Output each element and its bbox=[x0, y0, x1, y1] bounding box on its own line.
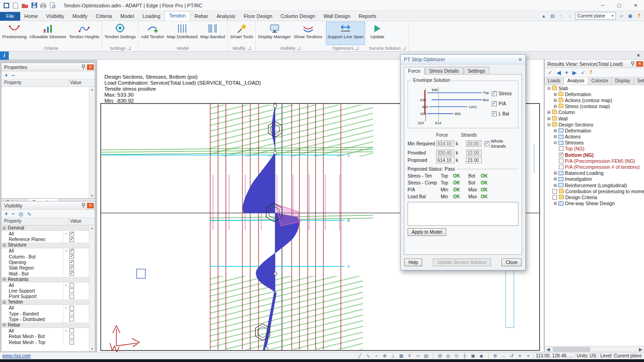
visibility-checkbox[interactable] bbox=[69, 317, 74, 322]
print-icon[interactable] bbox=[40, 2, 47, 9]
scroll-down-icon[interactable]: ▼ bbox=[91, 347, 94, 351]
select-visible-icon[interactable]: ◎ bbox=[18, 211, 23, 217]
visibility-group-tendon[interactable]: ⊟Tendon bbox=[1, 299, 89, 305]
tree-item-pa-precompression-fem[interactable]: P/A (Precompression FEM) (NG) bbox=[545, 158, 644, 164]
current-plane-select[interactable]: Current plane ▼ bbox=[575, 12, 616, 20]
stress-checkbox[interactable] bbox=[492, 91, 497, 96]
grid-icon[interactable]: ▦ bbox=[398, 353, 405, 358]
visibility-item-all[interactable]: All+ bbox=[1, 305, 89, 310]
tree-item-top-ng[interactable]: Top (NG) bbox=[545, 146, 644, 152]
expand-icon[interactable]: + bbox=[65, 232, 68, 236]
map-distributed-button[interactable]: Map Distributed bbox=[166, 22, 199, 45]
next-result-icon[interactable]: ▶ bbox=[572, 69, 576, 76]
app-icon[interactable] bbox=[3, 2, 10, 9]
visibility-checkbox[interactable] bbox=[69, 260, 74, 265]
collapse-icon[interactable]: ⊟ bbox=[546, 122, 552, 127]
tree-item-contribution-prestressing[interactable]: Contribution of prestressing to moment c… bbox=[545, 188, 644, 194]
tab-reports[interactable]: Reports bbox=[354, 12, 380, 21]
layers-icon[interactable]: ▤ bbox=[549, 13, 556, 18]
tree-item-wall[interactable]: ⊞Wall bbox=[545, 115, 644, 121]
scrollbar-thumb[interactable] bbox=[553, 347, 590, 351]
draw-line-icon[interactable]: ╱ bbox=[356, 353, 363, 358]
screen-icon[interactable]: ▣ bbox=[627, 13, 633, 18]
visibility-checkbox[interactable] bbox=[69, 249, 74, 253]
result-checkbox[interactable] bbox=[559, 153, 564, 157]
help-icon[interactable]: ? bbox=[590, 69, 592, 76]
result-checkbox[interactable] bbox=[559, 165, 564, 169]
pa-checkbox[interactable] bbox=[492, 101, 497, 106]
tab-settings[interactable]: Settings bbox=[634, 77, 644, 85]
tab-loading[interactable]: Loading bbox=[138, 12, 164, 21]
expand-icon[interactable]: ⊞ bbox=[552, 183, 558, 188]
visibility-item-all[interactable]: All+ bbox=[1, 328, 89, 333]
add-filter-icon[interactable]: + bbox=[5, 211, 8, 217]
snap-target-icon[interactable]: ◎ bbox=[445, 353, 452, 358]
tree-item-pa-precompression-tendons[interactable]: P/A (Precompression # of tendons) bbox=[545, 164, 644, 170]
expand-icon[interactable]: ⊞ bbox=[552, 134, 558, 139]
visibility-item-opening[interactable]: Opening bbox=[1, 259, 89, 265]
update-button[interactable]: Update bbox=[367, 22, 387, 45]
visibility-item-reference-planes[interactable]: Reference Planes bbox=[1, 237, 89, 242]
show-tendons-button[interactable]: Show Tendons bbox=[292, 22, 323, 45]
edit-plane-icon[interactable]: ▱ bbox=[618, 13, 625, 18]
minimize-button[interactable]: ─ bbox=[594, 0, 611, 11]
scroll-up-icon[interactable]: ▲ bbox=[91, 226, 94, 230]
tab-stress-details[interactable]: Stress Details bbox=[425, 67, 463, 75]
tab-colorize[interactable]: Colorize bbox=[588, 77, 612, 85]
dropdown-icon[interactable]: ▼ bbox=[525, 354, 532, 357]
level-indicator[interactable]: Level: Current plane bbox=[600, 353, 642, 358]
close-panel-icon[interactable]: ✕ bbox=[87, 203, 94, 208]
tab-analysis[interactable]: Analysis bbox=[213, 12, 240, 21]
visibility-checkbox[interactable] bbox=[69, 232, 74, 236]
close-dialog-button[interactable]: Close bbox=[501, 259, 522, 266]
tab-display[interactable]: Display bbox=[612, 77, 634, 85]
tendon-settings-button[interactable]: Tendon Settings bbox=[103, 22, 137, 45]
tree-item-balanced-loading[interactable]: ⊞Balanced Loading bbox=[545, 170, 644, 176]
expand-icon[interactable]: ⊞ bbox=[552, 104, 558, 109]
visibility-group-structure[interactable]: ⊟Structure bbox=[1, 242, 89, 248]
dialog-launcher-icon[interactable] bbox=[247, 46, 251, 50]
visibility-checkbox[interactable] bbox=[69, 294, 74, 299]
properties-list[interactable]: ▲ ▼ bbox=[1, 87, 95, 198]
prestressing-button[interactable]: Prestressing bbox=[1, 22, 28, 45]
visibility-checkbox[interactable] bbox=[69, 334, 74, 339]
lbal-checkbox[interactable] bbox=[492, 111, 497, 116]
hatch-icon[interactable]: # bbox=[406, 353, 413, 358]
visibility-checkbox[interactable] bbox=[69, 283, 74, 287]
expand-icon[interactable]: ⊞ bbox=[552, 171, 558, 175]
snap-grid-icon[interactable]: ▣ bbox=[470, 353, 477, 358]
collapse-icon[interactable]: ⊟ bbox=[546, 86, 552, 91]
layers-list-icon[interactable]: ≡ bbox=[517, 353, 523, 358]
visibility-item-all[interactable]: All+ bbox=[1, 248, 89, 254]
tree-item-ds-deformation[interactable]: ⊞Deformation bbox=[545, 127, 644, 133]
tree-item-design-criteria[interactable]: Design Criteria bbox=[545, 194, 644, 200]
collapse-icon[interactable]: ⊟ bbox=[1, 226, 7, 230]
previous-result-icon[interactable]: ◀ bbox=[557, 69, 561, 76]
visibility-checkbox[interactable] bbox=[69, 254, 74, 259]
tab-dialog-settings[interactable]: Settings bbox=[464, 67, 489, 75]
result-checkbox[interactable] bbox=[559, 146, 564, 151]
collapse-icon[interactable]: ⊟ bbox=[1, 277, 7, 282]
scroll-right-icon[interactable]: ▶ bbox=[637, 347, 644, 352]
tab-wall-design[interactable]: Wall Design bbox=[319, 12, 354, 21]
expand-icon[interactable]: ⊞ bbox=[552, 128, 558, 133]
draw-circle-icon[interactable]: ○ bbox=[373, 353, 380, 358]
pin-icon[interactable] bbox=[81, 64, 86, 70]
tab-force[interactable]: Force bbox=[404, 67, 425, 75]
visibility-item-wall-bot[interactable]: Wall - Bot bbox=[1, 271, 89, 276]
perpendicular-icon[interactable]: ⊥ bbox=[390, 353, 397, 358]
filter-curve-icon[interactable]: ∿ bbox=[27, 211, 32, 217]
tab-file[interactable]: File bbox=[0, 12, 20, 21]
table-tool-icon[interactable]: ▤ bbox=[423, 353, 430, 358]
close-panel-icon[interactable]: ✕ bbox=[636, 61, 643, 67]
tab-floor-design[interactable]: Floor Design bbox=[240, 12, 276, 21]
visibility-checkbox[interactable] bbox=[69, 328, 74, 333]
draw-spline-icon[interactable]: ∿ bbox=[365, 353, 372, 358]
collapse-ribbon-icon[interactable]: ▲ bbox=[540, 13, 547, 18]
pin-icon[interactable] bbox=[81, 203, 86, 208]
dialog-launcher-icon[interactable] bbox=[127, 46, 131, 50]
tab-rebar[interactable]: Rebar bbox=[190, 12, 213, 21]
visibility-checkbox[interactable] bbox=[69, 340, 74, 345]
whole-strands-checkbox[interactable] bbox=[484, 141, 489, 146]
risa-link[interactable]: www.risa.com bbox=[2, 353, 31, 358]
